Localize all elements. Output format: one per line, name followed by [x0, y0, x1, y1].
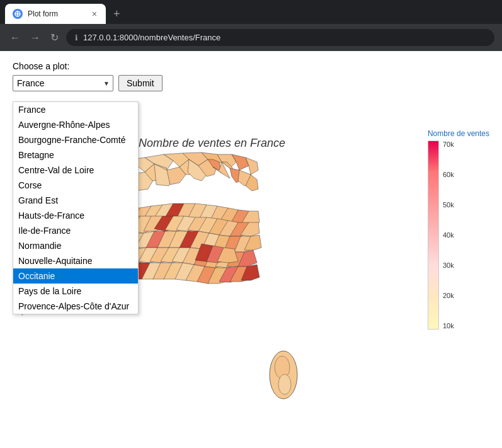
- choose-plot-label: Choose a plot:: [13, 61, 489, 71]
- legend-label: 50k: [443, 201, 454, 209]
- back-button[interactable]: ←: [8, 30, 23, 46]
- dropdown-item[interactable]: Auvergne-Rhône-Alpes: [13, 117, 138, 132]
- dropdown-overlay[interactable]: FranceAuvergne-Rhône-AlpesBourgogne-Fran…: [13, 101, 139, 314]
- dropdown-item[interactable]: Bourgogne-Franche-Comté: [13, 132, 138, 147]
- dropdown-item[interactable]: Ile-de-France: [13, 223, 138, 238]
- refresh-button[interactable]: ↻: [48, 29, 61, 46]
- dropdown-item[interactable]: Occitanie: [13, 268, 138, 284]
- dropdown-item[interactable]: Pays de la Loire: [13, 284, 138, 299]
- map-title: Nombre de ventes en France: [139, 137, 285, 150]
- legend-label: 40k: [443, 231, 454, 239]
- lock-icon: ℹ: [75, 33, 78, 42]
- tab-favicon: [13, 9, 23, 19]
- legend-title: Nombre de ventes: [428, 129, 489, 138]
- svg-point-129: [278, 374, 291, 394]
- dropdown-item[interactable]: France: [13, 102, 138, 117]
- tab-title: Plot form: [28, 9, 86, 18]
- nav-bar: ← → ↻ ℹ 127.0.0.1:8000/nombreVentes/Fran…: [0, 24, 502, 51]
- legend-bar-container: 70k60k50k40k30k20k10k: [428, 141, 454, 330]
- dropdown-item[interactable]: Bretagne: [13, 147, 138, 163]
- forward-button[interactable]: →: [28, 30, 43, 46]
- legend-color-bar: [428, 141, 439, 330]
- dropdown-item[interactable]: Grand Est: [13, 193, 138, 208]
- legend-label: 70k: [443, 141, 454, 148]
- submit-button[interactable]: Submit: [118, 75, 163, 91]
- legend-label: 30k: [443, 261, 454, 269]
- legend-label: 10k: [443, 322, 454, 330]
- new-tab-button[interactable]: +: [108, 5, 125, 23]
- plot-select[interactable]: France: [13, 75, 113, 91]
- dropdown-item[interactable]: Centre-Val de Loire: [13, 163, 138, 178]
- dropdown-item[interactable]: Nouvelle-Aquitaine: [13, 253, 138, 268]
- dropdown-item[interactable]: Corse: [13, 178, 138, 193]
- browser-chrome: Plot form × + ← → ↻ ℹ 127.0.0.1:8000/nom…: [0, 0, 502, 51]
- color-legend: Nombre de ventes 70k60k50k40k30k20k10k: [428, 129, 489, 330]
- legend-label: 60k: [443, 171, 454, 178]
- plot-select-wrapper: France ▼: [13, 75, 113, 91]
- legend-label: 20k: [443, 292, 454, 299]
- dropdown-item[interactable]: Hauts-de-France: [13, 208, 138, 223]
- address-bar[interactable]: ℹ 127.0.0.1:8000/nombreVentes/France: [66, 29, 494, 46]
- legend-labels: 70k60k50k40k30k20k10k: [443, 141, 454, 330]
- close-tab-button[interactable]: ×: [91, 8, 98, 20]
- dropdown-item[interactable]: Normandie: [13, 238, 138, 253]
- dropdown-item[interactable]: Provence-Alpes-Côte d'Azur: [13, 299, 138, 314]
- active-tab[interactable]: Plot form ×: [5, 4, 106, 24]
- tab-bar: Plot form × +: [0, 0, 502, 24]
- address-text: 127.0.0.1:8000/nombreVentes/France: [83, 33, 220, 42]
- form-row: France ▼ Submit: [13, 75, 489, 91]
- page-content: Choose a plot: France ▼ Submit FranceAuv…: [0, 51, 502, 448]
